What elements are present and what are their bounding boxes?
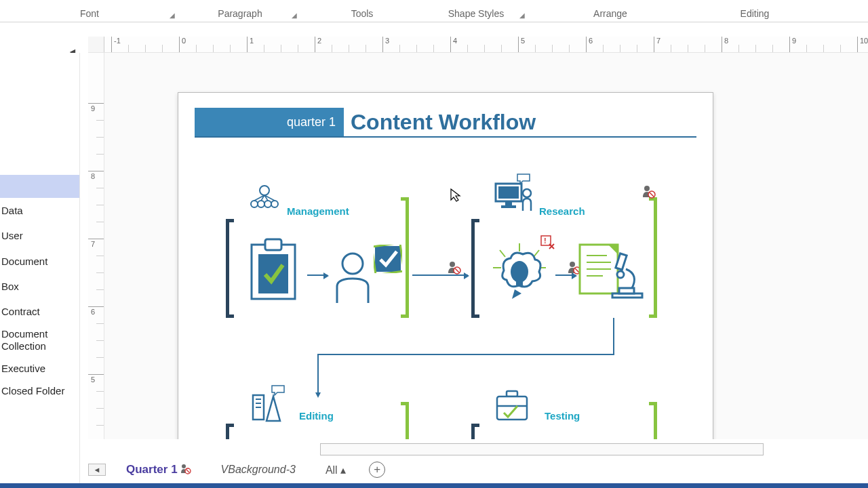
brainstorm-icon[interactable] bbox=[488, 241, 551, 304]
page-title[interactable]: Content Workflow bbox=[344, 108, 696, 136]
svg-rect-45 bbox=[619, 288, 634, 293]
chevron-up-icon: ▴ bbox=[340, 464, 346, 476]
ribbon-group-arrange[interactable]: Arrange bbox=[529, 0, 692, 22]
svg-rect-17 bbox=[501, 205, 516, 208]
person-denied-badge-icon bbox=[180, 464, 191, 475]
svg-line-23 bbox=[500, 250, 505, 257]
svg-point-3 bbox=[264, 201, 271, 207]
bracket-left[interactable] bbox=[226, 219, 234, 318]
svg-point-1 bbox=[251, 201, 258, 207]
bracket-right[interactable] bbox=[401, 402, 409, 439]
quarter-label[interactable]: quarter 1 bbox=[195, 108, 344, 136]
elbow-connector[interactable] bbox=[314, 318, 619, 399]
sheet-tab-quarter-1[interactable]: Quarter 1 bbox=[111, 459, 206, 481]
svg-rect-9 bbox=[375, 246, 401, 272]
horizontal-scrollbar[interactable] bbox=[320, 443, 764, 455]
svg-point-0 bbox=[260, 186, 269, 195]
arrow-connector[interactable] bbox=[555, 274, 576, 276]
svg-point-27 bbox=[511, 261, 528, 283]
svg-point-55 bbox=[182, 464, 186, 468]
svg-point-43 bbox=[617, 271, 624, 278]
bracket-left[interactable] bbox=[471, 424, 479, 439]
dialog-launcher-icon[interactable]: ◢ bbox=[170, 12, 175, 19]
drawing-canvas[interactable]: quarter 1 Content Workflow Management bbox=[104, 53, 868, 439]
mouse-cursor-icon bbox=[450, 188, 462, 203]
alert-icon[interactable]: ! bbox=[540, 235, 555, 250]
arrow-connector[interactable] bbox=[412, 274, 468, 276]
svg-rect-15 bbox=[498, 186, 519, 199]
sheet-tab-bar: ◄ Quarter 1 VBackground-3 All ▴ + bbox=[88, 456, 868, 483]
ruler-origin bbox=[88, 37, 104, 52]
document-microscope-icon[interactable] bbox=[578, 241, 644, 302]
sheet-tab-all[interactable]: All ▴ bbox=[311, 460, 361, 481]
stage-label-management[interactable]: Management bbox=[287, 205, 349, 217]
shape-stencil-item[interactable]: Box bbox=[0, 274, 79, 299]
svg-rect-7 bbox=[258, 254, 288, 293]
svg-rect-28 bbox=[516, 281, 523, 287]
bracket-left[interactable] bbox=[226, 424, 234, 439]
horizontal-ruler[interactable]: -1012345678910 bbox=[88, 37, 868, 53]
stage-label-research[interactable]: Research bbox=[539, 205, 585, 217]
dialog-launcher-icon[interactable]: ◢ bbox=[519, 12, 525, 19]
user-icon[interactable] bbox=[333, 251, 372, 304]
clipboard-check-icon[interactable] bbox=[248, 238, 299, 302]
shape-stencil-item[interactable]: User bbox=[0, 223, 79, 248]
svg-rect-53 bbox=[497, 396, 527, 420]
status-bar bbox=[0, 483, 868, 488]
shape-stencil-item[interactable]: Executive bbox=[0, 356, 79, 381]
sheet-scroll-left-button[interactable]: ◄ bbox=[88, 464, 106, 476]
svg-rect-16 bbox=[505, 201, 512, 205]
page-title-band: quarter 1 Content Workflow bbox=[195, 108, 696, 138]
stage-label-testing[interactable]: Testing bbox=[545, 410, 580, 422]
svg-marker-51 bbox=[267, 396, 280, 421]
drawing-page[interactable]: quarter 1 Content Workflow Management bbox=[178, 92, 713, 439]
bracket-right[interactable] bbox=[649, 197, 657, 318]
briefcase-check-icon[interactable] bbox=[494, 390, 530, 422]
person-denied-badge-icon[interactable] bbox=[642, 185, 656, 199]
comment-bubble-icon[interactable] bbox=[516, 173, 531, 185]
ribbon-group-tools[interactable]: Tools bbox=[301, 0, 423, 22]
vertical-ruler[interactable]: 98765 bbox=[88, 53, 104, 439]
svg-point-2 bbox=[258, 201, 264, 207]
shape-stencil-item[interactable]: Closed Folder bbox=[0, 381, 79, 401]
svg-point-4 bbox=[271, 201, 278, 207]
svg-point-18 bbox=[523, 189, 531, 197]
ribbon: Font◢ Paragraph◢ Tools Shape Styles◢ Arr… bbox=[0, 0, 868, 22]
svg-point-11 bbox=[450, 262, 455, 267]
shape-stencil-item[interactable]: Contract bbox=[0, 299, 79, 324]
shape-stencil-item[interactable]: Document bbox=[0, 249, 79, 274]
sheet-tab-vbackground[interactable]: VBackground-3 bbox=[206, 460, 311, 480]
dialog-launcher-icon[interactable]: ◢ bbox=[292, 12, 297, 19]
ribbon-group-paragraph[interactable]: Paragraph◢ bbox=[179, 0, 301, 22]
ribbon-group-editing[interactable]: Editing bbox=[692, 0, 818, 22]
add-sheet-button[interactable]: + bbox=[369, 462, 385, 478]
comment-bubble-icon[interactable] bbox=[271, 384, 285, 396]
stage-label-editing[interactable]: Editing bbox=[299, 410, 334, 422]
svg-text:!: ! bbox=[544, 237, 547, 245]
arrow-connector[interactable] bbox=[307, 274, 328, 276]
shapes-panel: DataUserDocumentBoxContractDocument Coll… bbox=[0, 53, 80, 488]
bracket-right[interactable] bbox=[649, 402, 657, 439]
svg-point-8 bbox=[342, 253, 363, 274]
bracket-left[interactable] bbox=[471, 219, 479, 318]
svg-point-33 bbox=[570, 262, 575, 267]
svg-point-19 bbox=[644, 186, 650, 191]
person-denied-badge-icon[interactable] bbox=[448, 261, 461, 274]
check-square-icon[interactable] bbox=[374, 245, 402, 273]
svg-rect-6 bbox=[265, 239, 281, 250]
shape-stencil-item[interactable]: Document Collection bbox=[0, 324, 79, 356]
management-icon[interactable] bbox=[249, 184, 280, 214]
shapes-panel-selected-stencil[interactable] bbox=[0, 175, 79, 198]
shape-stencil-item[interactable]: Data bbox=[0, 198, 79, 223]
svg-marker-46 bbox=[315, 392, 321, 398]
ribbon-group-shape-styles[interactable]: Shape Styles◢ bbox=[423, 0, 529, 22]
ribbon-group-font[interactable]: Font◢ bbox=[0, 0, 179, 22]
